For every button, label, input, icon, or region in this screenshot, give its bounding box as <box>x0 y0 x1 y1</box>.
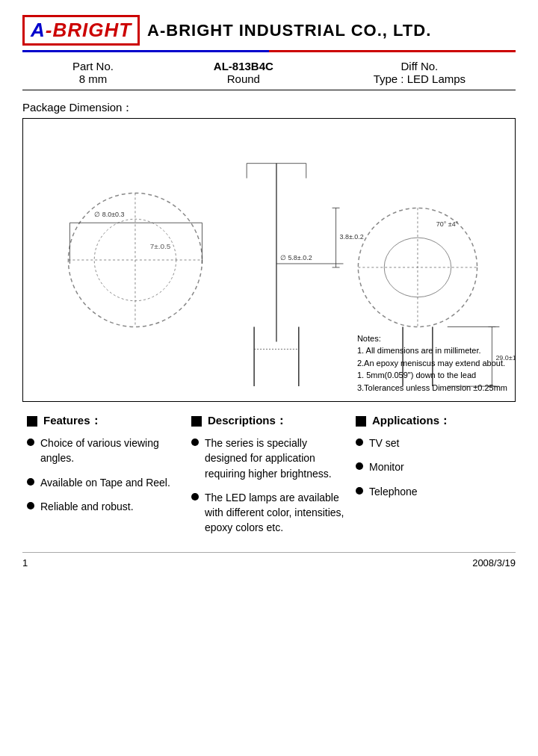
feature-item-3: Reliable and robust. <box>27 499 182 514</box>
notes-line3: 1. 5mm(0.059") down to the lead <box>357 369 507 382</box>
bullet-icon <box>356 462 363 470</box>
part-info-col-3: Diff No. Type : LED Lamps <box>374 60 466 85</box>
application-item-3: Telephone <box>356 484 511 499</box>
company-name: A-BRIGHT INDUSTRIAL CO., LTD. <box>147 21 431 40</box>
type-value: Type : LED Lamps <box>374 72 466 85</box>
svg-text:3.8±.0.2: 3.8±.0.2 <box>340 233 364 241</box>
svg-text:7±.0.5: 7±.0.5 <box>150 242 171 250</box>
features-header: Features： <box>27 414 182 428</box>
bullet-icon <box>356 487 363 495</box>
notes-area: Notes: 1. All dimensions are in millimet… <box>357 332 507 394</box>
bullet-icon <box>356 439 363 446</box>
bullet-icon <box>27 502 34 509</box>
dimension-box: 7±.0.5 ∅ 8.0±0.3 1.8±0.7 ∅ 5.8±.0.2 70° … <box>22 118 516 402</box>
descriptions-square-icon <box>191 416 202 427</box>
part-no-label: Part No. <box>72 60 114 72</box>
features-col: Features： Choice of various viewing angl… <box>22 414 187 545</box>
application-item-1: TV set <box>356 436 511 450</box>
part-no-value: AL-813B4C <box>214 60 273 72</box>
notes-line1: 1. All dimensions are in millimeter. <box>357 344 507 357</box>
header: A-BRIGHT A-BRIGHT INDUSTRIAL CO., LTD. <box>22 15 516 46</box>
header-divider <box>22 50 516 52</box>
notes-line2: 2.An epoxy meniscus may extend about. <box>357 357 507 370</box>
columns-section: Features： Choice of various viewing angl… <box>22 414 516 545</box>
applications-square-icon <box>356 416 366 427</box>
svg-text:70° ±4°: 70° ±4° <box>436 220 459 228</box>
features-square-icon <box>27 416 37 427</box>
bullet-icon <box>27 478 34 486</box>
svg-text:∅ 8.0±0.3: ∅ 8.0±0.3 <box>94 211 124 218</box>
feature-item-1: Choice of various viewing angles. <box>27 436 182 466</box>
svg-text:∅ 5.8±.0.2: ∅ 5.8±.0.2 <box>280 254 312 261</box>
logo: A-BRIGHT <box>22 15 140 46</box>
bullet-icon <box>27 439 34 446</box>
footer-page: 1 <box>22 557 28 568</box>
description-item-1: The series is specially designed for app… <box>191 436 347 481</box>
notes-line4: 3.Tolerances unless Dimension ±0.25mm <box>357 382 507 394</box>
notes-title: Notes: <box>357 332 507 345</box>
part-size: 8 mm <box>79 72 108 85</box>
application-item-2: Monitor <box>356 459 511 474</box>
footer-date: 2008/3/19 <box>472 557 516 568</box>
descriptions-col: Descriptions： The series is specially de… <box>187 414 351 545</box>
applications-header: Applications： <box>356 414 511 428</box>
description-item-2: The LED lamps are available with differe… <box>191 490 347 536</box>
part-info: Part No. 8 mm AL-813B4C Round Diff No. T… <box>22 60 516 90</box>
bullet-icon <box>191 439 199 446</box>
footer: 1 2008/3/19 <box>22 552 516 568</box>
part-info-col-2: AL-813B4C Round <box>214 60 273 85</box>
bullet-icon <box>191 493 199 501</box>
part-shape: Round <box>227 72 260 85</box>
descriptions-header: Descriptions： <box>191 414 347 428</box>
part-info-col-1: Part No. 8 mm <box>72 60 114 85</box>
section-title: Package Dimension： <box>22 101 516 115</box>
applications-col: Applications： TV set Monitor Telephone <box>351 414 516 545</box>
diff-no-label: Diff No. <box>401 60 439 72</box>
feature-item-2: Available on Tape and Reel. <box>27 475 182 490</box>
